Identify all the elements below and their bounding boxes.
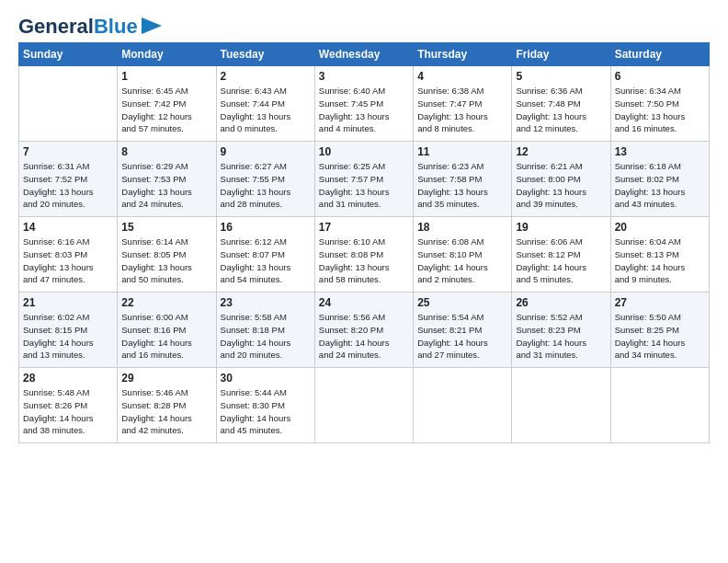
day-cell: 19Sunrise: 6:06 AMSunset: 8:12 PMDayligh…: [512, 217, 610, 293]
day-info: Sunrise: 6:38 AMSunset: 7:47 PMDaylight:…: [417, 85, 507, 135]
day-cell: 14Sunrise: 6:16 AMSunset: 8:03 PMDayligh…: [19, 217, 118, 293]
day-number: 15: [121, 221, 211, 234]
day-cell: 7Sunrise: 6:31 AMSunset: 7:52 PMDaylight…: [19, 142, 118, 217]
day-cell: [610, 368, 709, 443]
day-cell: 25Sunrise: 5:54 AMSunset: 8:21 PMDayligh…: [414, 293, 512, 368]
day-cell: 13Sunrise: 6:18 AMSunset: 8:02 PMDayligh…: [610, 142, 709, 217]
day-cell: 6Sunrise: 6:34 AMSunset: 7:50 PMDaylight…: [610, 66, 709, 142]
day-info: Sunrise: 6:27 AMSunset: 7:55 PMDaylight:…: [221, 160, 311, 211]
day-info: Sunrise: 6:43 AMSunset: 7:44 PMDaylight:…: [221, 85, 311, 135]
weekday-header-sunday: Sunday: [19, 43, 118, 66]
day-number: 18: [417, 221, 507, 234]
day-cell: 29Sunrise: 5:46 AMSunset: 8:28 PMDayligh…: [118, 368, 216, 443]
day-cell: 18Sunrise: 6:08 AMSunset: 8:10 PMDayligh…: [414, 217, 512, 293]
day-number: 6: [615, 70, 705, 83]
day-cell: 5Sunrise: 6:36 AMSunset: 7:48 PMDaylight…: [512, 66, 610, 142]
svg-marker-0: [142, 17, 162, 34]
day-info: Sunrise: 6:25 AMSunset: 7:57 PMDaylight:…: [319, 160, 409, 211]
day-number: 3: [319, 70, 409, 83]
day-info: Sunrise: 5:50 AMSunset: 8:25 PMDaylight:…: [615, 311, 705, 362]
day-info: Sunrise: 6:00 AMSunset: 8:16 PMDaylight:…: [121, 311, 211, 362]
day-number: 5: [516, 70, 606, 83]
weekday-header-saturday: Saturday: [610, 43, 709, 66]
day-number: 9: [221, 145, 311, 158]
day-cell: 10Sunrise: 6:25 AMSunset: 7:57 PMDayligh…: [314, 142, 413, 217]
day-cell: 8Sunrise: 6:29 AMSunset: 7:53 PMDaylight…: [118, 142, 216, 217]
day-cell: 9Sunrise: 6:27 AMSunset: 7:55 PMDaylight…: [216, 142, 314, 217]
day-number: 30: [221, 372, 311, 385]
week-row-1: 1Sunrise: 6:45 AMSunset: 7:42 PMDaylight…: [19, 66, 710, 142]
day-info: Sunrise: 6:06 AMSunset: 8:12 PMDaylight:…: [516, 236, 606, 286]
day-number: 8: [121, 145, 211, 158]
day-number: 14: [23, 221, 113, 234]
day-number: 12: [516, 145, 606, 158]
day-number: 24: [319, 296, 409, 309]
day-cell: 21Sunrise: 6:02 AMSunset: 8:15 PMDayligh…: [19, 293, 118, 368]
day-cell: 16Sunrise: 6:12 AMSunset: 8:07 PMDayligh…: [216, 217, 314, 293]
day-info: Sunrise: 5:52 AMSunset: 8:23 PMDaylight:…: [516, 311, 606, 362]
day-cell: 12Sunrise: 6:21 AMSunset: 8:00 PMDayligh…: [512, 142, 610, 217]
week-row-2: 7Sunrise: 6:31 AMSunset: 7:52 PMDaylight…: [19, 142, 710, 217]
day-info: Sunrise: 6:14 AMSunset: 8:05 PMDaylight:…: [121, 236, 211, 286]
calendar-table: SundayMondayTuesdayWednesdayThursdayFrid…: [18, 42, 710, 443]
day-cell: 4Sunrise: 6:38 AMSunset: 7:47 PMDaylight…: [414, 66, 512, 142]
day-cell: 23Sunrise: 5:58 AMSunset: 8:18 PMDayligh…: [216, 293, 314, 368]
day-info: Sunrise: 6:10 AMSunset: 8:08 PMDaylight:…: [319, 236, 409, 286]
day-number: 21: [23, 296, 113, 309]
day-cell: 27Sunrise: 5:50 AMSunset: 8:25 PMDayligh…: [610, 293, 709, 368]
weekday-header-row: SundayMondayTuesdayWednesdayThursdayFrid…: [19, 43, 710, 66]
day-info: Sunrise: 6:02 AMSunset: 8:15 PMDaylight:…: [23, 311, 113, 362]
day-info: Sunrise: 5:46 AMSunset: 8:28 PMDaylight:…: [121, 386, 211, 437]
day-info: Sunrise: 5:48 AMSunset: 8:26 PMDaylight:…: [23, 386, 113, 437]
day-number: 16: [221, 221, 311, 234]
logo-text: GeneralBlue: [18, 17, 138, 37]
day-cell: 20Sunrise: 6:04 AMSunset: 8:13 PMDayligh…: [610, 217, 709, 293]
day-info: Sunrise: 6:08 AMSunset: 8:10 PMDaylight:…: [417, 236, 507, 286]
day-info: Sunrise: 6:12 AMSunset: 8:07 PMDaylight:…: [221, 236, 311, 286]
page: GeneralBlue SundayMondayTuesdayWednesday…: [0, 0, 728, 453]
day-info: Sunrise: 5:58 AMSunset: 8:18 PMDaylight:…: [221, 311, 311, 362]
week-row-5: 28Sunrise: 5:48 AMSunset: 8:26 PMDayligh…: [19, 368, 710, 443]
day-number: 23: [221, 296, 311, 309]
day-info: Sunrise: 6:21 AMSunset: 8:00 PMDaylight:…: [516, 160, 606, 211]
week-row-4: 21Sunrise: 6:02 AMSunset: 8:15 PMDayligh…: [19, 293, 710, 368]
day-info: Sunrise: 6:16 AMSunset: 8:03 PMDaylight:…: [23, 236, 113, 286]
day-info: Sunrise: 6:45 AMSunset: 7:42 PMDaylight:…: [121, 85, 211, 135]
day-cell: [19, 66, 118, 142]
logo-arrow-icon: [142, 17, 162, 34]
day-number: 26: [516, 296, 606, 309]
weekday-header-monday: Monday: [118, 43, 216, 66]
day-number: 19: [516, 221, 606, 234]
day-number: 29: [121, 372, 211, 385]
weekday-header-tuesday: Tuesday: [216, 43, 314, 66]
day-cell: 28Sunrise: 5:48 AMSunset: 8:26 PMDayligh…: [19, 368, 118, 443]
weekday-header-friday: Friday: [512, 43, 610, 66]
day-cell: [512, 368, 610, 443]
day-number: 10: [319, 145, 409, 158]
day-number: 7: [23, 145, 113, 158]
day-info: Sunrise: 5:44 AMSunset: 8:30 PMDaylight:…: [221, 386, 311, 437]
day-cell: 15Sunrise: 6:14 AMSunset: 8:05 PMDayligh…: [118, 217, 216, 293]
day-info: Sunrise: 6:18 AMSunset: 8:02 PMDaylight:…: [615, 160, 705, 211]
day-cell: 22Sunrise: 6:00 AMSunset: 8:16 PMDayligh…: [118, 293, 216, 368]
day-cell: 1Sunrise: 6:45 AMSunset: 7:42 PMDaylight…: [118, 66, 216, 142]
day-cell: 2Sunrise: 6:43 AMSunset: 7:44 PMDaylight…: [216, 66, 314, 142]
logo: GeneralBlue: [18, 17, 162, 37]
day-number: 13: [615, 145, 705, 158]
day-number: 2: [221, 70, 311, 83]
header: GeneralBlue: [18, 17, 710, 37]
day-cell: 17Sunrise: 6:10 AMSunset: 8:08 PMDayligh…: [314, 217, 413, 293]
day-number: 17: [319, 221, 409, 234]
day-cell: 26Sunrise: 5:52 AMSunset: 8:23 PMDayligh…: [512, 293, 610, 368]
day-number: 27: [615, 296, 705, 309]
day-info: Sunrise: 6:40 AMSunset: 7:45 PMDaylight:…: [319, 85, 409, 135]
weekday-header-wednesday: Wednesday: [314, 43, 413, 66]
day-info: Sunrise: 6:34 AMSunset: 7:50 PMDaylight:…: [615, 85, 705, 135]
day-number: 20: [615, 221, 705, 234]
day-info: Sunrise: 5:56 AMSunset: 8:20 PMDaylight:…: [319, 311, 409, 362]
day-info: Sunrise: 6:23 AMSunset: 7:58 PMDaylight:…: [417, 160, 507, 211]
day-number: 4: [417, 70, 507, 83]
day-info: Sunrise: 6:04 AMSunset: 8:13 PMDaylight:…: [615, 236, 705, 286]
day-cell: 30Sunrise: 5:44 AMSunset: 8:30 PMDayligh…: [216, 368, 314, 443]
day-number: 1: [121, 70, 211, 83]
